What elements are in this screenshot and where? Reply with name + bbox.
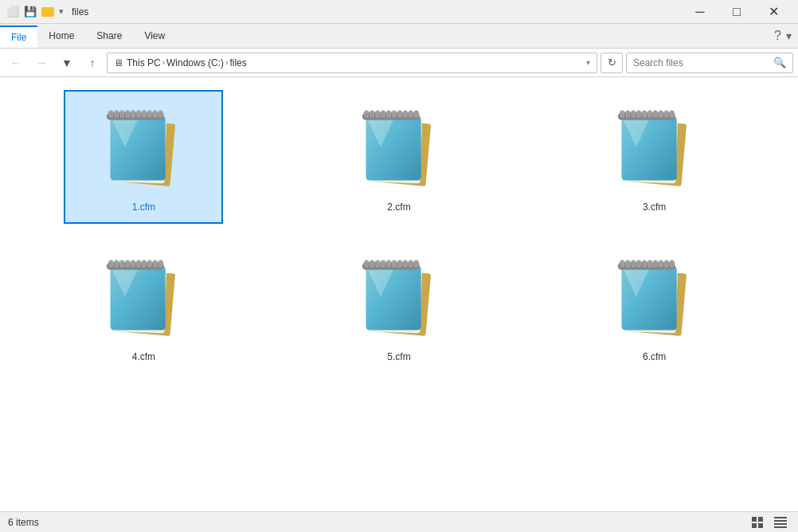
details-view-button[interactable] (771, 514, 790, 531)
svg-point-29 (159, 111, 162, 116)
file-label: 5.cfm (384, 350, 413, 364)
svg-point-141 (393, 261, 396, 266)
file-item[interactable]: 1.cfm (64, 90, 223, 224)
folder-icon (41, 7, 54, 17)
svg-point-119 (159, 261, 162, 266)
file-grid: 1.cfm (0, 77, 798, 512)
item-count: 6 items (8, 517, 39, 528)
svg-point-17 (127, 111, 130, 116)
file-label: 1.cfm (129, 200, 158, 214)
svg-point-89 (671, 111, 674, 116)
svg-point-53 (398, 111, 401, 116)
svg-point-77 (637, 111, 640, 116)
maximize-button[interactable]: □ (718, 0, 755, 24)
svg-rect-186 (774, 523, 787, 525)
title-dropdown-arrow[interactable]: ▾ (59, 6, 64, 17)
svg-point-49 (387, 111, 390, 116)
svg-rect-180 (752, 517, 757, 522)
file-item[interactable]: 6.cfm (575, 240, 734, 374)
svg-point-83 (654, 111, 657, 116)
svg-point-143 (398, 261, 401, 266)
svg-point-79 (643, 111, 646, 116)
tab-view[interactable]: View (133, 24, 176, 48)
view-buttons (749, 514, 790, 531)
svg-point-55 (404, 111, 407, 116)
recent-locations-button[interactable]: ▼ (56, 52, 78, 74)
quick-access-icon[interactable]: ⬜ (6, 6, 19, 18)
back-button[interactable]: ← (5, 52, 27, 74)
svg-point-137 (381, 261, 385, 266)
svg-point-167 (637, 261, 640, 266)
svg-point-135 (376, 261, 379, 266)
svg-point-71 (620, 111, 624, 116)
svg-point-165 (632, 261, 635, 266)
svg-point-179 (671, 261, 674, 266)
search-box[interactable]: 🔍 (626, 53, 793, 73)
ribbon-help-button[interactable]: ? (774, 29, 781, 43)
breadcrumb-windows[interactable]: Windows (C:) (166, 57, 224, 68)
svg-point-105 (121, 261, 124, 266)
statusbar: 6 items (0, 511, 798, 532)
svg-point-11 (110, 111, 113, 116)
svg-point-81 (648, 111, 651, 116)
svg-point-23 (143, 111, 146, 116)
forward-button[interactable]: → (30, 52, 53, 74)
file-label: 4.cfm (129, 350, 158, 364)
file-label: 3.cfm (640, 200, 669, 214)
svg-point-101 (110, 261, 113, 266)
breadcrumb-thispc[interactable]: This PC (127, 57, 161, 68)
svg-point-147 (409, 261, 413, 266)
svg-point-21 (137, 111, 140, 116)
tab-share[interactable]: Share (85, 24, 133, 48)
file-icon (96, 100, 191, 195)
svg-rect-182 (752, 523, 757, 528)
address-home-icon: 🖥 (114, 57, 123, 68)
refresh-button[interactable]: ↻ (600, 53, 623, 73)
svg-point-109 (132, 261, 135, 266)
svg-point-133 (370, 261, 374, 266)
svg-point-169 (643, 261, 646, 266)
file-icon (607, 100, 702, 195)
svg-point-171 (648, 261, 651, 266)
titlebar-left: ⬜ 💾 ▾ files (6, 6, 88, 18)
svg-point-19 (132, 111, 135, 116)
search-input[interactable] (633, 57, 773, 68)
svg-rect-185 (774, 520, 787, 522)
app-container: ⬜ 💾 ▾ files ─ □ ✕ File Home Share View ?… (0, 0, 798, 532)
svg-point-111 (137, 261, 140, 266)
svg-point-57 (409, 111, 413, 116)
svg-point-163 (626, 261, 629, 266)
file-item[interactable]: 2.cfm (319, 90, 479, 224)
address-bar[interactable]: 🖥 This PC › Windows (C:) › files ▾ (107, 53, 597, 73)
ribbon-tabs: File Home Share View ? ▾ (0, 24, 798, 48)
up-button[interactable]: ↑ (81, 52, 104, 74)
address-dropdown-icon[interactable]: ▾ (586, 58, 590, 67)
svg-point-175 (659, 261, 663, 266)
close-button[interactable]: ✕ (755, 0, 792, 24)
svg-point-173 (654, 261, 657, 266)
file-icon (607, 249, 702, 345)
svg-rect-184 (774, 517, 787, 518)
save-icon[interactable]: 💾 (24, 6, 37, 18)
breadcrumb-files: files (229, 57, 246, 68)
svg-point-51 (393, 111, 396, 116)
tab-home[interactable]: Home (37, 24, 85, 48)
window-title: files (72, 6, 88, 18)
file-item[interactable]: 5.cfm (319, 240, 479, 374)
file-item[interactable]: 3.cfm (575, 90, 734, 224)
large-icons-view-button[interactable] (749, 514, 768, 531)
minimize-button[interactable]: ─ (682, 0, 718, 24)
svg-point-75 (632, 111, 635, 116)
svg-point-161 (620, 261, 624, 266)
file-label: 2.cfm (384, 200, 413, 214)
svg-point-47 (381, 111, 385, 116)
tab-file[interactable]: File (0, 25, 37, 48)
svg-point-15 (121, 111, 124, 116)
ribbon-collapse-button[interactable]: ▾ (786, 29, 792, 42)
svg-point-25 (148, 111, 151, 116)
svg-rect-187 (774, 526, 787, 528)
svg-point-139 (387, 261, 390, 266)
svg-point-45 (376, 111, 379, 116)
file-item[interactable]: 4.cfm (64, 240, 223, 374)
svg-point-13 (115, 111, 119, 116)
